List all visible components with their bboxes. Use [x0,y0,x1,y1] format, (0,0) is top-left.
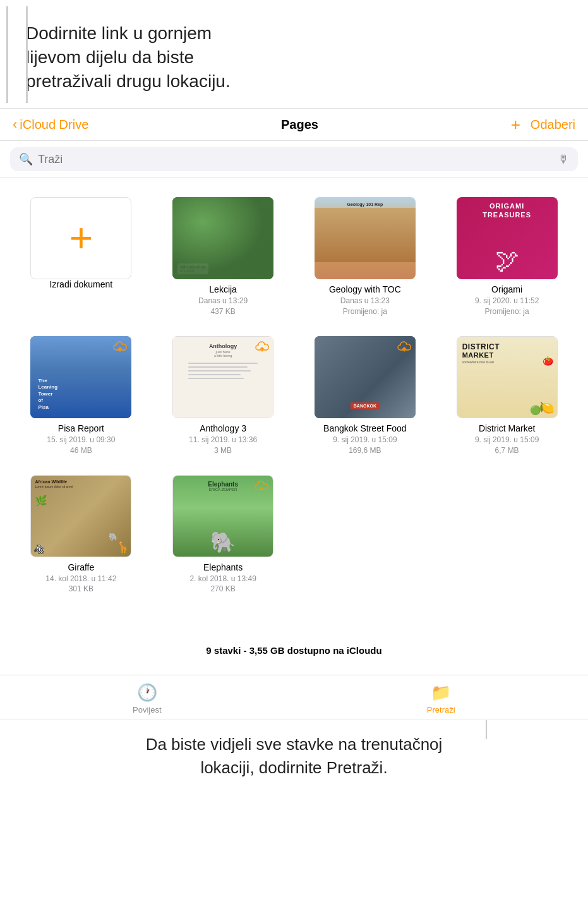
file-thumbnail: Geology 101 Rep [315,197,416,279]
file-thumbnail: African Wildlife Lorem ipsum dolor sit a… [30,475,131,557]
tooltip-top: Dodirnite link u gornjem lijevom dijelu … [6,6,588,103]
file-name: Origami [491,284,522,294]
list-item[interactable]: Introduction to Plants Lekcija Danas u 1… [152,191,294,330]
select-button[interactable]: Odaberi [531,118,575,132]
file-meta: Danas u 13:23Promijeno: ja [340,296,390,317]
back-label: iCloud Drive [20,118,88,132]
list-item[interactable]: DISTRICT MARKET somewhere nice to eat 🍋 … [436,330,578,469]
file-meta: 9. sij 2019. u 15:096,7 MB [475,435,539,456]
file-thumbnail: Introduction to Plants [172,197,273,279]
nav-bar: ‹ iCloud Drive Pages + Odaberi [0,108,588,141]
file-thumbnail: DISTRICT MARKET somewhere nice to eat 🍋 … [457,336,558,418]
file-meta: 2. kol 2018. u 13:49270 KB [189,574,256,595]
tooltip-bottom-text: Da biste vidjeli sve stavke na trenutačn… [38,733,550,779]
file-name: Giraffe [68,562,94,572]
chevron-left-icon: ‹ [13,116,17,133]
tab-pretrazi[interactable]: 📁 Pretraži [294,683,589,715]
cloud-upload-icon [254,480,269,492]
file-meta: 9. sij 2020. u 11:52Promijeno: ja [475,296,539,317]
list-item[interactable]: Elephants ERICA ZEMPER 🐘 Elephants 2. ko… [152,469,294,608]
file-name: Lekcija [209,284,237,294]
list-item[interactable]: Geology 101 Rep Geology with TOC Danas u… [294,191,436,330]
file-name: Anthology 3 [200,423,246,433]
tooltip-bottom: Da biste vidjeli sve stavke na trenutačn… [0,720,588,792]
file-thumbnail: Elephants ERICA ZEMPER 🐘 [172,475,273,557]
file-meta: 11. sij 2019. u 13:363 MB [189,435,257,456]
cloud-upload-icon [112,340,128,353]
microphone-icon[interactable]: 🎙 [558,153,569,166]
list-item[interactable]: + Izradi dokument [10,191,152,330]
back-button[interactable]: ‹ iCloud Drive [13,116,88,133]
tab-bar: 🕐 Povijest 📁 Pretraži [0,675,588,720]
file-thumbnail: BANGKOK [315,336,416,418]
status-bar: 9 stavki - 3,55 GB dostupno na iCloudu [0,632,588,668]
file-name: Pisa Report [58,423,104,433]
file-meta: Danas u 13:29437 KB [198,296,248,317]
file-name: District Market [479,423,535,433]
nav-actions: + Odaberi [511,116,575,133]
tab-povijest[interactable]: 🕐 Povijest [0,683,294,715]
page-title: Pages [281,118,318,132]
tab-label: Povijest [133,705,162,715]
folder-icon: 📁 [431,683,451,703]
tooltip-top-text: Dodirnite link u gornjem lijevom dijelu … [26,21,570,93]
file-name: Elephants [203,562,243,572]
search-bar: 🔍 🎙 [10,147,578,171]
list-item[interactable]: African Wildlife Lorem ipsum dolor sit a… [10,469,152,608]
file-meta: 15. sij 2019. u 09:3046 MB [47,435,115,456]
status-text: 9 stavki - 3,55 GB dostupno na iCloudu [206,645,381,656]
file-meta: 9. sij 2019. u 15:09169,6 MB [333,435,397,456]
search-input[interactable] [38,153,553,166]
file-meta: 14. kol 2018. u 11:42301 KB [45,574,116,595]
search-icon: 🔍 [19,152,33,166]
clock-icon: 🕐 [137,683,157,703]
file-thumbnail: Anthology just here a little boring [172,336,273,418]
list-item[interactable]: Anthology just here a little boring Anth… [152,330,294,469]
list-item[interactable]: BANGKOK Bangkok Street Food 9. sij 2019.… [294,330,436,469]
cloud-upload-icon [255,340,270,353]
list-item[interactable]: ORIGAMITREASURES 🕊 Origami 9. sij 2020. … [436,191,578,330]
tab-label: Pretraži [427,705,455,715]
file-grid: + Izradi dokument Introduction to Plants… [0,178,588,607]
file-thumbnail: TheLeaningTowerofPisa [30,336,131,418]
file-thumbnail: ORIGAMITREASURES 🕊 [457,197,558,279]
list-item[interactable]: TheLeaningTowerofPisa Pisa Report 15. si… [10,330,152,469]
plus-icon: + [69,218,93,258]
file-name: Bangkok Street Food [323,423,407,433]
new-doc-thumbnail: + [30,197,131,279]
cloud-upload-icon [397,340,412,353]
add-button[interactable]: + [511,116,520,133]
file-name: Izradi dokument [50,279,113,289]
file-name: Geology with TOC [329,284,401,294]
